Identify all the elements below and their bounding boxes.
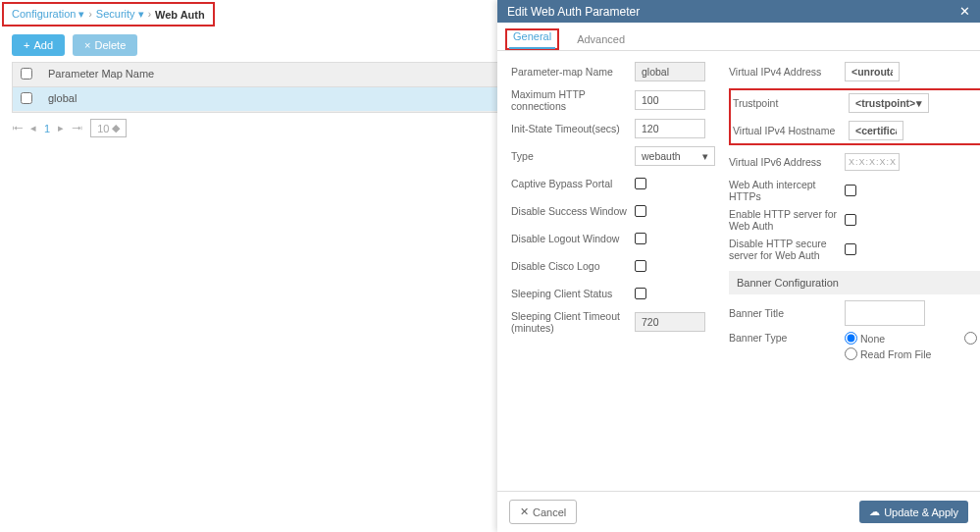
init-timeout-input[interactable]: [635, 119, 705, 138]
breadcrumb-current: Web Auth: [155, 9, 205, 21]
disable-logout-checkbox[interactable]: [635, 233, 646, 244]
chevron-down-icon: ▾: [702, 150, 708, 162]
banner-title-input[interactable]: [845, 300, 925, 326]
left-column: Parameter-map Name Maximum HTTP connecti…: [511, 61, 715, 481]
radio-none-input[interactable]: [845, 332, 857, 345]
chevron-icon: ›: [148, 9, 151, 20]
cancel-label: Cancel: [533, 506, 566, 518]
cancel-button[interactable]: ✕ Cancel: [509, 500, 577, 524]
type-label: Type: [511, 150, 629, 162]
chevron-icon: ›: [89, 9, 92, 20]
captive-checkbox[interactable]: [635, 178, 646, 189]
x-icon: ✕: [520, 505, 529, 518]
enable-http-label: Enable HTTP server for Web Auth: [729, 208, 839, 232]
pager-first-icon[interactable]: ⭰: [12, 123, 23, 134]
type-value: webauth: [642, 150, 681, 162]
radio-file-input[interactable]: [845, 347, 857, 360]
row-name: global: [40, 87, 84, 111]
plus-icon: +: [24, 39, 29, 51]
banner-type-label: Banner Type: [729, 332, 839, 344]
vipv4-addr-label: Virtual IPv4 Address: [729, 66, 839, 78]
apply-button[interactable]: ☁ Update & Apply: [859, 501, 968, 523]
delete-label: Delete: [94, 39, 126, 51]
sleep-status-checkbox[interactable]: [635, 288, 646, 299]
modal-tabs: General Advanced: [497, 23, 980, 51]
pager-last-icon[interactable]: ⭲: [72, 123, 82, 134]
trustpoint-select[interactable]: <trustpoint>▾: [849, 93, 929, 113]
banner-title-label: Banner Title: [729, 307, 839, 319]
select-all-cell: [13, 63, 40, 86]
enable-http-checkbox[interactable]: [845, 214, 856, 226]
page-size-select[interactable]: 10◆: [90, 119, 127, 137]
disable-secure-checkbox[interactable]: [845, 243, 856, 255]
sleep-timeout-input: [635, 312, 705, 332]
sleep-timeout-label: Sleeping Client Timeout (minutes): [511, 310, 629, 334]
cloud-up-icon: ☁: [869, 505, 880, 518]
radio-none[interactable]: None: [845, 332, 954, 345]
vipv4-host-input[interactable]: [849, 121, 903, 140]
radio-file[interactable]: Read From File: [845, 347, 954, 360]
row-checkbox[interactable]: [21, 92, 32, 104]
type-select[interactable]: webauth▾: [635, 146, 715, 166]
breadcrumb-configuration[interactable]: Configuration ▾: [12, 8, 85, 21]
tab-general[interactable]: General: [509, 26, 555, 49]
breadcrumb-security[interactable]: Security ▾: [96, 8, 144, 21]
col-param-name[interactable]: Parameter Map Name: [40, 63, 162, 86]
close-icon[interactable]: ✕: [959, 4, 970, 19]
trustpoint-value: <trustpoint>: [855, 97, 915, 109]
pager-page[interactable]: 1: [44, 123, 50, 134]
pager-next-icon[interactable]: ▸: [58, 122, 64, 134]
delete-button[interactable]: ×Delete: [73, 34, 137, 56]
page-size-value: 10: [97, 123, 109, 134]
modal-title: Edit Web Auth Parameter: [507, 5, 640, 19]
trustpoint-highlight: Trustpoint<trustpoint>▾ Virtual IPv4 Hos…: [729, 88, 980, 145]
tab-advanced[interactable]: Advanced: [573, 28, 629, 50]
disable-logout-label: Disable Logout Window: [511, 233, 629, 244]
param-name-input: [635, 62, 705, 81]
breadcrumb: Configuration ▾ › Security ▾ › Web Auth: [2, 2, 215, 27]
intercept-checkbox[interactable]: [845, 185, 856, 196]
x-icon: ×: [84, 39, 90, 51]
vipv6-addr-input[interactable]: X:X:X:X:X: [845, 153, 900, 171]
param-name-label: Parameter-map Name: [511, 66, 629, 78]
disable-success-label: Disable Success Window: [511, 205, 629, 217]
vipv4-addr-input[interactable]: [845, 62, 900, 81]
disable-secure-label: Disable HTTP secure server for Web Auth: [729, 238, 839, 261]
modal-header: Edit Web Auth Parameter ✕: [497, 0, 980, 23]
disable-cisco-checkbox[interactable]: [635, 260, 646, 272]
right-column: Virtual IPv4 Address Trustpoint<trustpoi…: [729, 61, 980, 481]
radio-text-input[interactable]: [964, 332, 977, 345]
max-http-label: Maximum HTTP connections: [511, 88, 629, 112]
modal-body: Parameter-map Name Maximum HTTP connecti…: [497, 51, 980, 491]
disable-cisco-label: Disable Cisco Logo: [511, 260, 629, 272]
chevron-down-icon: ▾: [916, 97, 922, 109]
radio-text[interactable]: Banner Text: [964, 332, 980, 345]
pager-prev-icon[interactable]: ◂: [30, 122, 36, 134]
trustpoint-label: Trustpoint: [733, 97, 843, 109]
captive-label: Captive Bypass Portal: [511, 178, 629, 189]
modal-footer: ✕ Cancel ☁ Update & Apply: [497, 491, 980, 532]
intercept-label: Web Auth intercept HTTPs: [729, 179, 839, 202]
banner-section-header: Banner Configuration: [729, 271, 980, 294]
banner-type-group: None Banner Text Read From File: [845, 332, 980, 360]
stepper-icon: ◆: [112, 122, 120, 134]
init-timeout-label: Init-State Timeout(secs): [511, 123, 629, 134]
apply-label: Update & Apply: [884, 506, 958, 518]
select-all-checkbox[interactable]: [21, 68, 32, 80]
edit-modal: Edit Web Auth Parameter ✕ General Advanc…: [497, 0, 980, 532]
add-label: Add: [33, 39, 53, 51]
max-http-input[interactable]: [635, 90, 705, 110]
vipv6-addr-label: Virtual IPv6 Address: [729, 156, 839, 168]
add-button[interactable]: +Add: [12, 34, 65, 56]
vipv4-host-label: Virtual IPv4 Hostname: [733, 125, 843, 136]
disable-success-checkbox[interactable]: [635, 205, 646, 217]
sleep-status-label: Sleeping Client Status: [511, 288, 629, 299]
